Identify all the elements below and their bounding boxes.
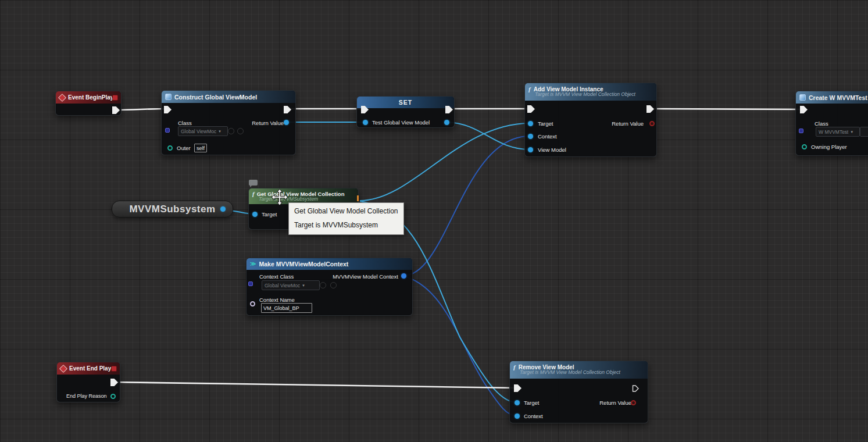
output-struct-label: MVVMView Model Context bbox=[333, 273, 398, 280]
view-model-pin-label: View Model bbox=[538, 147, 566, 153]
wire-exec-beginplay-construct bbox=[116, 109, 167, 110]
delegate-pin[interactable] bbox=[111, 366, 117, 372]
node-subtitle: Target is MVVM View Model Collection Obj… bbox=[535, 91, 656, 97]
tooltip-title: Get Global View Model Collection bbox=[294, 207, 398, 215]
context-class-dropdown[interactable]: Global ViewMoc ▾ bbox=[262, 280, 320, 290]
event-icon bbox=[59, 364, 67, 372]
subsystem-out-pin[interactable] bbox=[220, 206, 226, 212]
context-name-label: Context Name bbox=[259, 297, 295, 303]
wire-getvmc-to-add-target bbox=[360, 123, 530, 201]
context-name-value-box[interactable]: VM_Global_BP bbox=[261, 303, 312, 313]
node-title: Create W MVVMTest Wi bbox=[809, 94, 868, 101]
context-name-pin[interactable] bbox=[250, 301, 255, 306]
class-pin-label: Class bbox=[178, 120, 192, 126]
node-event-begin-play[interactable]: Event BeginPlay bbox=[55, 91, 122, 116]
event-icon bbox=[58, 93, 66, 101]
target-pin[interactable] bbox=[252, 212, 258, 217]
make-struct-icon: ≫ bbox=[250, 261, 256, 267]
exec-in-pin[interactable] bbox=[527, 105, 535, 113]
wire-exec-add-create bbox=[650, 109, 803, 109]
wire-layer bbox=[0, 0, 868, 442]
outer-value-box[interactable]: self bbox=[194, 144, 207, 152]
node-create-widget[interactable]: Create W MVVMTest Wi Class W MVVMTest ▾ … bbox=[795, 91, 868, 156]
value-in-pin[interactable] bbox=[363, 120, 368, 125]
outer-pin[interactable] bbox=[167, 145, 173, 151]
view-model-pin[interactable] bbox=[528, 147, 533, 152]
use-selected-icon[interactable] bbox=[320, 282, 326, 288]
return-value-pin[interactable] bbox=[631, 400, 636, 405]
use-selected-icon[interactable] bbox=[228, 128, 234, 134]
exec-out-pin[interactable] bbox=[646, 105, 654, 113]
wire-make-to-add-context bbox=[403, 136, 530, 276]
outer-pin-label: Outer bbox=[177, 145, 191, 151]
wire-set-to-viewmodel bbox=[446, 122, 530, 149]
class-dropdown[interactable]: W MVVMTest ▾ bbox=[816, 127, 860, 137]
end-play-reason-label: End Play Reason bbox=[66, 393, 107, 399]
node-tooltip: Get Global View Model Collection Target … bbox=[288, 202, 404, 235]
context-pin[interactable] bbox=[515, 414, 520, 419]
exec-out-pin[interactable] bbox=[110, 379, 118, 386]
node-set-test-global-view-model[interactable]: SET Test Global View Model bbox=[356, 96, 455, 128]
return-value-label: Return Value bbox=[599, 400, 631, 406]
function-icon: f bbox=[252, 191, 255, 197]
node-construct-global-viewmodel[interactable]: Construct Global ViewModel Class Global … bbox=[161, 90, 296, 155]
function-icon: f bbox=[528, 86, 531, 92]
context-class-pin[interactable] bbox=[248, 281, 253, 286]
return-value-label: Return Value bbox=[612, 120, 644, 127]
blueprint-graph-canvas[interactable]: Event BeginPlay Construct Global ViewMod… bbox=[0, 0, 868, 442]
widget-icon bbox=[799, 94, 806, 101]
class-pin[interactable] bbox=[165, 128, 170, 133]
context-class-label: Context Class bbox=[259, 273, 294, 280]
context-pin[interactable] bbox=[528, 134, 533, 139]
node-title: Make MVVMViewModelContext bbox=[259, 261, 348, 268]
node-mvvm-subsystem[interactable]: MVVMSubsystem bbox=[112, 201, 233, 218]
exec-out-pin[interactable] bbox=[631, 384, 640, 393]
chevron-down-icon: ▾ bbox=[302, 283, 305, 287]
return-value-pin[interactable] bbox=[649, 121, 655, 126]
exec-in-pin[interactable] bbox=[800, 106, 808, 113]
target-pin-label: Target bbox=[538, 120, 553, 127]
context-pin-label: Context bbox=[524, 413, 543, 419]
function-icon: f bbox=[513, 364, 516, 370]
target-pin[interactable] bbox=[515, 400, 520, 405]
wire-exec-endplay-remove bbox=[114, 382, 515, 388]
context-pin-label: Context bbox=[538, 133, 557, 140]
exec-in-pin[interactable] bbox=[514, 384, 521, 392]
marker-tick bbox=[357, 195, 359, 201]
subsystem-label: MVVMSubsystem bbox=[129, 204, 215, 215]
browse-icon[interactable] bbox=[330, 282, 337, 288]
owning-player-label: Owning Player bbox=[811, 144, 847, 150]
class-extra-control[interactable] bbox=[860, 127, 868, 137]
comment-bubble-icon[interactable] bbox=[249, 180, 258, 186]
target-pin-label: Target bbox=[524, 400, 539, 406]
move-cursor-icon bbox=[271, 188, 288, 206]
chevron-down-icon: ▾ bbox=[219, 129, 221, 133]
chevron-down-icon: ▾ bbox=[851, 130, 853, 134]
node-remove-view-model[interactable]: f Remove View Model Target is MVVM View … bbox=[509, 361, 648, 423]
end-play-reason-pin[interactable] bbox=[110, 394, 116, 399]
node-title: SET bbox=[399, 99, 412, 106]
target-pin-label: Target bbox=[262, 211, 277, 218]
construct-icon bbox=[165, 94, 172, 100]
node-title: Event BeginPlay bbox=[68, 94, 113, 101]
node-title: Construct Global ViewModel bbox=[174, 94, 257, 101]
class-pin-label: Class bbox=[815, 120, 828, 127]
return-value-label: Return Value bbox=[252, 120, 284, 126]
delegate-pin[interactable] bbox=[112, 95, 118, 101]
value-out-pin[interactable] bbox=[444, 120, 449, 125]
class-dropdown[interactable]: Global ViewMoc ▾ bbox=[178, 126, 228, 136]
return-value-pin[interactable] bbox=[284, 120, 289, 125]
output-struct-pin[interactable] bbox=[401, 273, 406, 279]
node-event-end-play[interactable]: Event End Play End Play Reason bbox=[56, 362, 120, 402]
target-pin[interactable] bbox=[528, 121, 533, 126]
browse-icon[interactable] bbox=[237, 128, 244, 134]
node-add-view-model-instance[interactable]: f Add View Model Instance Target is MVVM… bbox=[524, 83, 657, 157]
exec-out-pin[interactable] bbox=[284, 106, 291, 113]
node-make-mvvm-view-model-context[interactable]: ≫ Make MVVMViewModelContext Context Clas… bbox=[246, 258, 413, 316]
exec-in-pin[interactable] bbox=[164, 106, 172, 113]
class-pin[interactable] bbox=[799, 129, 803, 133]
variable-label: Test Global View Model bbox=[372, 119, 430, 126]
owning-player-pin[interactable] bbox=[802, 144, 807, 149]
tooltip-target: Target is MVVMSubsystem bbox=[294, 221, 398, 229]
exec-out-pin[interactable] bbox=[112, 106, 120, 114]
